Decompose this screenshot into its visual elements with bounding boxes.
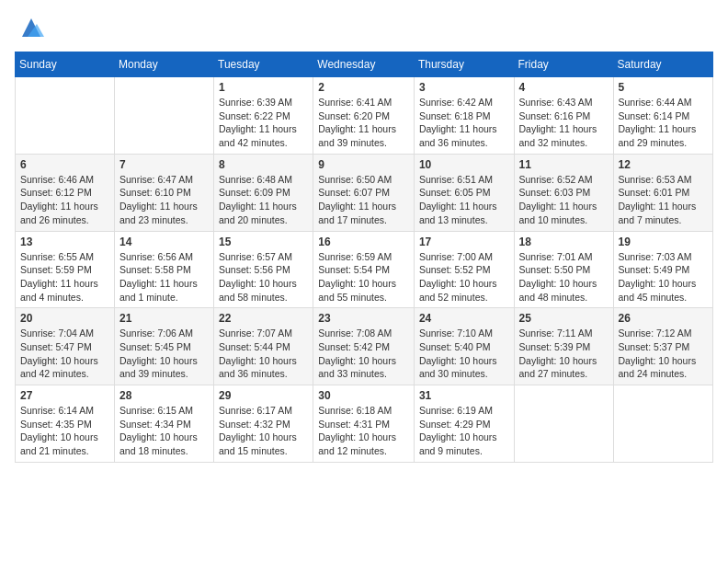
day-number: 1 bbox=[219, 81, 308, 94]
calendar-cell: 8Sunrise: 6:48 AMSunset: 6:09 PMDaylight… bbox=[214, 154, 313, 231]
calendar-week-3: 13Sunrise: 6:55 AMSunset: 5:59 PMDayligh… bbox=[16, 231, 713, 308]
day-header-thursday: Thursday bbox=[414, 52, 514, 77]
day-info: Sunrise: 6:52 AMSunset: 6:03 PMDaylight:… bbox=[519, 173, 609, 227]
calendar-cell bbox=[514, 385, 613, 463]
day-number: 16 bbox=[318, 236, 409, 248]
calendar-cell: 23Sunrise: 7:08 AMSunset: 5:42 PMDayligh… bbox=[313, 308, 415, 385]
day-number: 31 bbox=[419, 389, 509, 402]
day-number: 22 bbox=[219, 312, 308, 325]
day-number: 10 bbox=[419, 158, 509, 171]
day-number: 24 bbox=[419, 312, 509, 325]
day-number: 13 bbox=[20, 236, 109, 248]
day-number: 2 bbox=[318, 81, 409, 94]
day-info: Sunrise: 7:06 AMSunset: 5:45 PMDaylight:… bbox=[119, 327, 209, 381]
day-info: Sunrise: 7:03 AMSunset: 5:49 PMDaylight:… bbox=[619, 250, 708, 304]
day-info: Sunrise: 6:48 AMSunset: 6:09 PMDaylight:… bbox=[219, 173, 308, 227]
calendar-cell: 3Sunrise: 6:42 AMSunset: 6:18 PMDaylight… bbox=[414, 77, 514, 155]
calendar-week-5: 27Sunrise: 6:14 AMSunset: 4:35 PMDayligh… bbox=[16, 385, 713, 463]
day-info: Sunrise: 7:10 AMSunset: 5:40 PMDaylight:… bbox=[419, 327, 509, 381]
day-info: Sunrise: 7:01 AMSunset: 5:50 PMDaylight:… bbox=[519, 250, 609, 304]
day-number: 30 bbox=[318, 389, 409, 402]
day-number: 27 bbox=[20, 389, 109, 402]
calendar-cell: 30Sunrise: 6:18 AMSunset: 4:31 PMDayligh… bbox=[313, 385, 415, 463]
day-number: 4 bbox=[519, 81, 609, 94]
calendar-cell: 26Sunrise: 7:12 AMSunset: 5:37 PMDayligh… bbox=[613, 308, 712, 385]
day-header-tuesday: Tuesday bbox=[214, 52, 313, 77]
calendar-cell: 18Sunrise: 7:01 AMSunset: 5:50 PMDayligh… bbox=[514, 231, 613, 308]
day-info: Sunrise: 6:14 AMSunset: 4:35 PMDaylight:… bbox=[20, 404, 109, 458]
day-info: Sunrise: 6:51 AMSunset: 6:05 PMDaylight:… bbox=[419, 173, 509, 227]
day-info: Sunrise: 6:39 AMSunset: 6:22 PMDaylight:… bbox=[219, 96, 308, 150]
day-number: 17 bbox=[419, 236, 509, 248]
calendar-cell: 1Sunrise: 6:39 AMSunset: 6:22 PMDaylight… bbox=[214, 77, 313, 155]
day-number: 14 bbox=[119, 236, 209, 248]
day-number: 9 bbox=[318, 158, 409, 171]
day-info: Sunrise: 6:55 AMSunset: 5:59 PMDaylight:… bbox=[20, 250, 109, 304]
calendar-cell: 28Sunrise: 6:15 AMSunset: 4:34 PMDayligh… bbox=[115, 385, 214, 463]
day-number: 26 bbox=[619, 312, 708, 325]
day-number: 28 bbox=[119, 389, 209, 402]
calendar-cell: 24Sunrise: 7:10 AMSunset: 5:40 PMDayligh… bbox=[414, 308, 514, 385]
day-header-wednesday: Wednesday bbox=[313, 52, 415, 77]
calendar-cell bbox=[613, 385, 712, 463]
calendar-cell: 12Sunrise: 6:53 AMSunset: 6:01 PMDayligh… bbox=[613, 154, 712, 231]
day-header-monday: Monday bbox=[115, 52, 214, 77]
calendar-cell: 4Sunrise: 6:43 AMSunset: 6:16 PMDaylight… bbox=[514, 77, 613, 155]
day-info: Sunrise: 6:47 AMSunset: 6:10 PMDaylight:… bbox=[119, 173, 209, 227]
calendar-cell: 14Sunrise: 6:56 AMSunset: 5:58 PMDayligh… bbox=[115, 231, 214, 308]
day-info: Sunrise: 6:50 AMSunset: 6:07 PMDaylight:… bbox=[318, 173, 409, 227]
day-info: Sunrise: 7:04 AMSunset: 5:47 PMDaylight:… bbox=[20, 327, 109, 381]
calendar-cell: 9Sunrise: 6:50 AMSunset: 6:07 PMDaylight… bbox=[313, 154, 415, 231]
day-info: Sunrise: 6:56 AMSunset: 5:58 PMDaylight:… bbox=[119, 250, 209, 304]
day-info: Sunrise: 7:00 AMSunset: 5:52 PMDaylight:… bbox=[419, 250, 509, 304]
calendar-cell: 31Sunrise: 6:19 AMSunset: 4:29 PMDayligh… bbox=[414, 385, 514, 463]
day-number: 19 bbox=[619, 236, 708, 248]
day-info: Sunrise: 6:59 AMSunset: 5:54 PMDaylight:… bbox=[318, 250, 409, 304]
calendar-cell: 17Sunrise: 7:00 AMSunset: 5:52 PMDayligh… bbox=[414, 231, 514, 308]
day-number: 25 bbox=[519, 312, 609, 325]
day-number: 21 bbox=[119, 312, 209, 325]
day-info: Sunrise: 6:46 AMSunset: 6:12 PMDaylight:… bbox=[20, 173, 109, 227]
day-number: 23 bbox=[318, 312, 409, 325]
calendar-week-2: 6Sunrise: 6:46 AMSunset: 6:12 PMDaylight… bbox=[16, 154, 713, 231]
calendar-cell: 2Sunrise: 6:41 AMSunset: 6:20 PMDaylight… bbox=[313, 77, 415, 155]
day-number: 8 bbox=[219, 158, 308, 171]
day-info: Sunrise: 6:44 AMSunset: 6:14 PMDaylight:… bbox=[619, 96, 708, 150]
day-info: Sunrise: 7:11 AMSunset: 5:39 PMDaylight:… bbox=[519, 327, 609, 381]
calendar-cell: 22Sunrise: 7:07 AMSunset: 5:44 PMDayligh… bbox=[214, 308, 313, 385]
day-number: 7 bbox=[119, 158, 209, 171]
day-info: Sunrise: 7:12 AMSunset: 5:37 PMDaylight:… bbox=[619, 327, 708, 381]
day-info: Sunrise: 7:07 AMSunset: 5:44 PMDaylight:… bbox=[219, 327, 308, 381]
day-info: Sunrise: 6:42 AMSunset: 6:18 PMDaylight:… bbox=[419, 96, 509, 150]
day-info: Sunrise: 6:41 AMSunset: 6:20 PMDaylight:… bbox=[318, 96, 409, 150]
calendar-cell: 6Sunrise: 6:46 AMSunset: 6:12 PMDaylight… bbox=[16, 154, 115, 231]
calendar-cell: 5Sunrise: 6:44 AMSunset: 6:14 PMDaylight… bbox=[613, 77, 712, 155]
calendar-cell: 29Sunrise: 6:17 AMSunset: 4:32 PMDayligh… bbox=[214, 385, 313, 463]
calendar-cell: 10Sunrise: 6:51 AMSunset: 6:05 PMDayligh… bbox=[414, 154, 514, 231]
day-header-saturday: Saturday bbox=[613, 52, 712, 77]
calendar-header-row: SundayMondayTuesdayWednesdayThursdayFrid… bbox=[16, 52, 713, 77]
day-info: Sunrise: 6:17 AMSunset: 4:32 PMDaylight:… bbox=[219, 404, 308, 458]
calendar-cell: 15Sunrise: 6:57 AMSunset: 5:56 PMDayligh… bbox=[214, 231, 313, 308]
day-number: 18 bbox=[519, 236, 609, 248]
day-number: 3 bbox=[419, 81, 509, 94]
calendar-cell: 16Sunrise: 6:59 AMSunset: 5:54 PMDayligh… bbox=[313, 231, 415, 308]
day-info: Sunrise: 6:43 AMSunset: 6:16 PMDaylight:… bbox=[519, 96, 609, 150]
day-number: 20 bbox=[20, 312, 109, 325]
page: SundayMondayTuesdayWednesdayThursdayFrid… bbox=[0, 0, 728, 477]
calendar-cell bbox=[115, 77, 214, 155]
calendar-cell: 13Sunrise: 6:55 AMSunset: 5:59 PMDayligh… bbox=[16, 231, 115, 308]
calendar-week-1: 1Sunrise: 6:39 AMSunset: 6:22 PMDaylight… bbox=[16, 77, 713, 155]
day-info: Sunrise: 6:15 AMSunset: 4:34 PMDaylight:… bbox=[119, 404, 209, 458]
calendar-cell: 27Sunrise: 6:14 AMSunset: 4:35 PMDayligh… bbox=[16, 385, 115, 463]
calendar-cell bbox=[16, 77, 115, 155]
day-header-sunday: Sunday bbox=[16, 52, 115, 77]
calendar-cell: 7Sunrise: 6:47 AMSunset: 6:10 PMDaylight… bbox=[115, 154, 214, 231]
calendar-cell: 21Sunrise: 7:06 AMSunset: 5:45 PMDayligh… bbox=[115, 308, 214, 385]
logo bbox=[15, 15, 44, 40]
day-number: 11 bbox=[519, 158, 609, 171]
day-number: 12 bbox=[619, 158, 708, 171]
day-info: Sunrise: 6:18 AMSunset: 4:31 PMDaylight:… bbox=[318, 404, 409, 458]
day-number: 15 bbox=[219, 236, 308, 248]
day-number: 5 bbox=[619, 81, 708, 94]
